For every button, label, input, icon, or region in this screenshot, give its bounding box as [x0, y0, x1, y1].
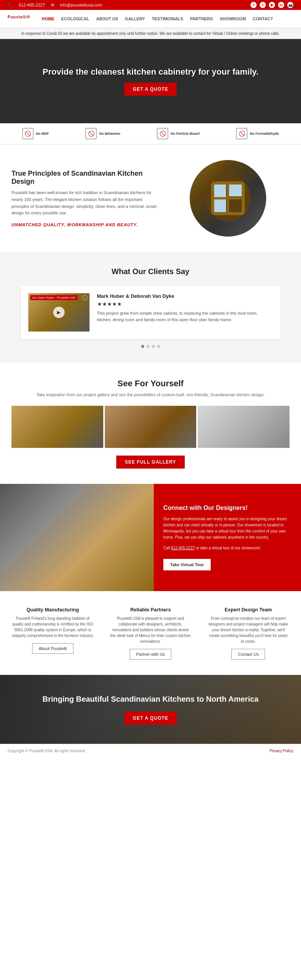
- design-team-body: From concept-to-creation our team of exp…: [207, 616, 290, 644]
- info-icon[interactable]: i: [82, 295, 88, 301]
- designer-phone[interactable]: 612-405-2227: [171, 546, 195, 550]
- carousel-dots: [11, 345, 290, 348]
- alert-text: In response to Covid-19 we are available…: [21, 31, 280, 36]
- twitter-icon[interactable]: t: [260, 2, 266, 8]
- window-circular-image: [190, 160, 266, 237]
- partners-heading: Reliable Partners: [109, 607, 192, 612]
- dot-2[interactable]: [146, 345, 150, 348]
- principles-heading: True Principles of Scandinavian Kitchen …: [11, 170, 159, 186]
- badge-no-mdf-label: No MDF: [36, 132, 49, 136]
- no-formaldehyde-icon: 🚫: [236, 128, 247, 139]
- social-icons: f t ▶ in 📷: [251, 2, 293, 8]
- no-mdf-icon: 🚫: [22, 128, 34, 139]
- badge-no-melamine-label: No Melamine: [99, 132, 120, 136]
- design-team-heading: Expert Design Team: [207, 607, 290, 612]
- badge-no-formaldehyde-label: No Formaldehyde: [250, 132, 279, 136]
- nav-contact[interactable]: CONTACT: [253, 16, 273, 21]
- no-melamine-icon: 🚫: [85, 128, 97, 139]
- nav-showroom[interactable]: SHOWROOM: [220, 16, 246, 21]
- window-svg: [205, 175, 251, 221]
- facebook-icon[interactable]: f: [251, 2, 257, 8]
- footer: Copyright © Puustelli USA. All rights re…: [0, 744, 301, 758]
- play-button[interactable]: ▶: [53, 307, 65, 318]
- call-label: Call: [163, 546, 170, 550]
- hero-cta-button[interactable]: GET A QUOTE: [124, 83, 177, 96]
- logo-text: Puustelli: [8, 15, 27, 19]
- instagram-icon[interactable]: 📷: [287, 2, 293, 8]
- testimonials-heading: What Our Clients Say: [11, 267, 290, 276]
- nav-partners[interactable]: PARTNERS: [190, 16, 213, 21]
- gallery-image-3: [198, 406, 290, 448]
- linkedin-icon[interactable]: in: [278, 2, 284, 8]
- principles-section: True Principles of Scandinavian Kitchen …: [0, 145, 301, 252]
- footer-copyright: Copyright © Puustelli USA. All rights re…: [8, 749, 86, 753]
- gallery-image-1: [11, 406, 103, 448]
- principles-image: [167, 160, 290, 237]
- testimonial-video[interactable]: Van Dyke Huber - Puustelli USA ▶ i: [28, 293, 89, 332]
- gallery-section: See For Yourself Take inspiration from o…: [0, 363, 301, 484]
- alert-banner: In response to Covid-19 we are available…: [0, 28, 301, 39]
- quality-body: Puustelli Finland's long-standing tradit…: [11, 616, 94, 639]
- nav-bar: Puustelli® HOME ECOLOGICAL ABOUT US GALL…: [0, 10, 301, 28]
- svg-rect-2: [228, 183, 243, 196]
- virtual-tour-link[interactable]: or take a virtual tour of our showroom!: [196, 546, 260, 550]
- dot-3[interactable]: [152, 345, 155, 348]
- nav-links: HOME ECOLOGICAL ABOUT US GALLERY TESTIMO…: [42, 16, 273, 21]
- top-bar-phone[interactable]: 612-405-2227: [19, 3, 45, 7]
- nav-home[interactable]: HOME: [42, 16, 54, 21]
- designer-body: Our design professionals are ready to as…: [163, 516, 291, 541]
- dot-1[interactable]: [141, 345, 144, 348]
- quality-heading: Quality Manufacturing: [11, 607, 94, 612]
- svg-rect-5: [213, 197, 243, 199]
- contact-us-button[interactable]: Contact Us: [231, 649, 265, 660]
- col-partners: Reliable Partners Puustelli USA is pleas…: [106, 603, 196, 663]
- testimonial-content: Mark Huber & Deborah Van Dyke ★★★★★ This…: [97, 293, 273, 332]
- logo-sup: ®: [27, 15, 30, 19]
- three-columns-section: Quality Manufacturing Puustelli Finland'…: [0, 591, 301, 675]
- testimonials-section: What Our Clients Say Van Dyke Huber - Pu…: [0, 252, 301, 363]
- dot-4[interactable]: [157, 345, 160, 348]
- badge-no-formaldehyde: 🚫 No Formaldehyde: [236, 128, 279, 139]
- star-rating: ★★★★★: [97, 301, 273, 307]
- nav-gallery[interactable]: GALLERY: [125, 16, 145, 21]
- gallery-image-2: [105, 406, 197, 448]
- see-full-gallery-button[interactable]: SEE FULL GALLERY: [116, 456, 184, 469]
- email-icon: ✉: [51, 3, 54, 8]
- phone-icon: 📞: [8, 3, 13, 8]
- nav-ecological[interactable]: ECOLOGICAL: [61, 16, 89, 21]
- gallery-grid: [11, 406, 290, 448]
- footer-hero-cta-button[interactable]: GET A QUOTE: [124, 712, 177, 725]
- hero-heading: Provide the cleanest kitchen cabinetry f…: [42, 67, 258, 77]
- designer-kitchen-image: [0, 484, 154, 591]
- youtube-icon[interactable]: ▶: [269, 2, 275, 8]
- top-bar-email[interactable]: info@puustelliusa.com: [60, 3, 103, 7]
- privacy-policy-link[interactable]: Privacy Policy: [270, 749, 293, 753]
- designer-phone-line: Call 612-405-2227 or take a virtual tour…: [163, 545, 291, 551]
- top-bar: 📞 612-405-2227 ✉ info@puustelliusa.com f…: [0, 0, 301, 10]
- about-puustelli-button[interactable]: About Puustelli: [32, 643, 73, 654]
- badge-no-particle-label: No Particle Board: [171, 132, 200, 136]
- gallery-heading: See For Yourself: [11, 379, 290, 389]
- testimonial-card: Van Dyke Huber - Puustelli USA ▶ i Mark …: [21, 286, 281, 339]
- badge-no-mdf: 🚫 No MDF: [22, 128, 49, 139]
- col-quality: Quality Manufacturing Puustelli Finland'…: [8, 603, 98, 663]
- partners-body: Puustelli USA is pleased to support and …: [109, 616, 192, 644]
- principles-tagline: Unmatched quality, workmanship and beaut…: [11, 222, 159, 227]
- review-text: This project grew from simple shoe cabin…: [97, 310, 273, 323]
- gallery-subtitle: Take inspiration from our project galler…: [11, 392, 290, 398]
- principles-body: Puustelli has been well-known for rich t…: [11, 189, 159, 216]
- video-label: Van Dyke Huber - Puustelli USA: [30, 295, 78, 300]
- badge-no-particle-board: 🚫 No Particle Board: [157, 128, 200, 139]
- col-design: Expert Design Team From concept-to-creat…: [203, 603, 293, 663]
- footer-hero-section: Bringing Beautiful Scandinavian Kitchens…: [0, 675, 301, 744]
- nav-testimonials[interactable]: TESTIMONIALS: [152, 16, 183, 21]
- partner-with-us-button[interactable]: Partner with Us: [130, 649, 171, 660]
- badge-no-melamine: 🚫 No Melamine: [85, 128, 120, 139]
- reviewer-name: Mark Huber & Deborah Van Dyke: [97, 293, 273, 299]
- footer-hero-heading: Bringing Beautiful Scandinavian Kitchens…: [11, 694, 290, 704]
- badges-row: 🚫 No MDF 🚫 No Melamine 🚫 No Particle Boa…: [0, 123, 301, 145]
- designer-section: Connect with Our Designers! Our design p…: [0, 484, 301, 591]
- nav-about[interactable]: ABOUT US: [96, 16, 118, 21]
- hero-section: Provide the cleanest kitchen cabinetry f…: [0, 39, 301, 123]
- virtual-tour-button[interactable]: Take Virtual Tour: [163, 559, 211, 570]
